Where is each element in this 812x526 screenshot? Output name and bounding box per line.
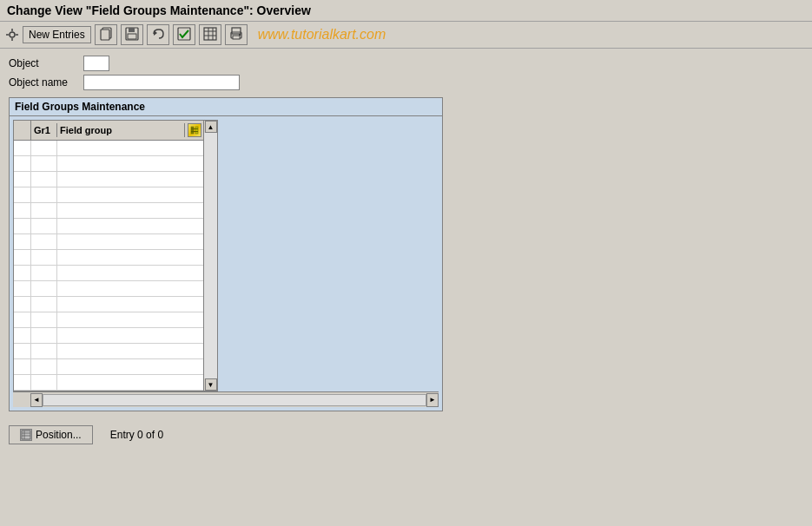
column-settings-icon[interactable]: [188, 123, 201, 137]
table-row[interactable]: [14, 203, 203, 219]
main-content: Object Object name Field Groups Maintena…: [0, 49, 812, 451]
bottom-section: Position... Entry 0 of 0: [9, 425, 803, 444]
svg-point-0: [10, 32, 15, 37]
check-icon: [177, 27, 191, 43]
table-view-button[interactable]: [199, 24, 221, 45]
page-title: Change View "Field Groups Maintenance": …: [7, 3, 805, 17]
position-button[interactable]: Position...: [9, 425, 93, 444]
undo-button[interactable]: [147, 24, 169, 45]
scroll-track: [204, 133, 217, 378]
panel-title: Field Groups Maintenance: [10, 98, 442, 116]
object-name-row: Object name: [9, 75, 803, 90]
header-field-group-col: Field group: [57, 123, 184, 137]
table-row[interactable]: [14, 141, 203, 156]
table-row[interactable]: [14, 328, 203, 344]
entry-info: Entry 0 of 0: [110, 429, 163, 441]
header-check-col: [14, 121, 31, 140]
svg-rect-6: [101, 30, 109, 40]
svg-rect-22: [195, 127, 198, 134]
table-row[interactable]: [14, 359, 203, 375]
svg-rect-25: [22, 431, 30, 439]
svg-rect-23: [191, 128, 198, 129]
print-icon: [229, 27, 243, 43]
toolbar-settings-icon: [5, 28, 19, 42]
table-row[interactable]: [14, 250, 203, 266]
object-name-input[interactable]: [83, 75, 240, 90]
horizontal-scroll-track: [43, 394, 426, 406]
title-bar: Change View "Field Groups Maintenance": …: [0, 0, 812, 22]
undo-icon: [151, 27, 165, 43]
svg-rect-12: [204, 28, 216, 40]
field-groups-panel: Field Groups Maintenance Gr1 Field group: [9, 97, 443, 411]
table-row[interactable]: [14, 187, 203, 203]
svg-marker-10: [154, 30, 157, 36]
new-entries-button[interactable]: New Entries: [23, 26, 91, 43]
header-settings-col: [184, 123, 203, 137]
table-row[interactable]: [14, 281, 203, 297]
table-row[interactable]: [14, 375, 203, 391]
table-row[interactable]: [14, 156, 203, 172]
scroll-right-button[interactable]: ►: [426, 393, 439, 407]
table-row[interactable]: [14, 234, 203, 250]
table-icon: [203, 27, 217, 43]
svg-rect-24: [191, 131, 198, 132]
table: Gr1 Field group: [13, 120, 204, 391]
svg-rect-17: [232, 28, 241, 34]
toolbar: New Entries: [0, 22, 812, 49]
watermark: www.tutorialkart.com: [258, 27, 386, 43]
table-body: [14, 141, 203, 391]
table-row[interactable]: [14, 172, 203, 187]
scroll-up-button[interactable]: ▲: [205, 121, 217, 133]
svg-rect-9: [128, 34, 136, 39]
header-gr1-col: Gr1: [31, 123, 57, 137]
panel-inner: Gr1 Field group: [10, 116, 442, 411]
svg-rect-21: [191, 127, 194, 134]
save-button[interactable]: [121, 24, 143, 45]
scroll-left-button[interactable]: ◄: [30, 393, 43, 407]
position-icon: [20, 429, 32, 441]
copy-icon: [99, 27, 113, 43]
scroll-down-button[interactable]: ▼: [205, 378, 217, 391]
svg-rect-20: [239, 34, 241, 36]
object-label: Object: [9, 57, 78, 69]
table-header: Gr1 Field group: [14, 121, 203, 141]
position-label: Position...: [36, 429, 82, 441]
vertical-scrollbar[interactable]: ▲ ▼: [204, 120, 218, 391]
table-row[interactable]: [14, 266, 203, 281]
save-icon: [125, 27, 139, 43]
svg-rect-8: [129, 28, 135, 32]
table-row[interactable]: [14, 219, 203, 234]
check-button[interactable]: [173, 24, 195, 45]
object-name-label: Object name: [9, 76, 78, 89]
table-row[interactable]: [14, 312, 203, 328]
horizontal-scroll-area: ◄ ►: [13, 391, 439, 407]
svg-rect-19: [233, 36, 240, 39]
object-input[interactable]: [83, 56, 109, 71]
copy-button[interactable]: [95, 24, 117, 45]
print-button[interactable]: [225, 24, 248, 45]
object-row: Object: [9, 56, 803, 71]
table-row[interactable]: [14, 344, 203, 359]
table-row[interactable]: [14, 297, 203, 312]
